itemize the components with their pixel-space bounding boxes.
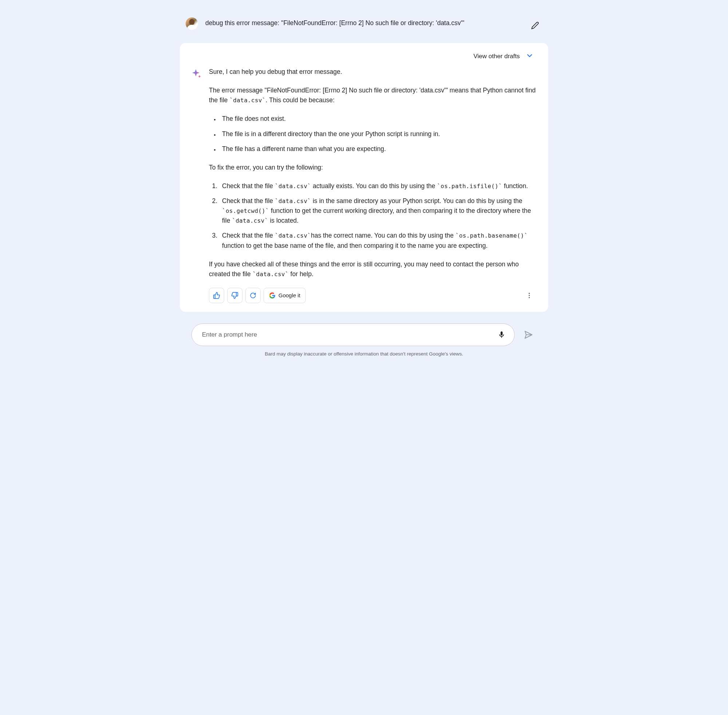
thumbs-down-icon (231, 292, 239, 299)
send-icon (524, 330, 533, 339)
more-options-button[interactable] (522, 288, 536, 303)
list-item: Check that the file `data.csv` actually … (219, 181, 536, 191)
pencil-icon (531, 21, 539, 29)
send-button[interactable] (521, 327, 536, 343)
svg-point-0 (529, 293, 530, 294)
input-wrapper (192, 323, 515, 346)
fix-intro: To fix the error, you can try the follow… (209, 163, 536, 172)
chat-container: debug this error message: "FileNotFoundE… (171, 7, 557, 365)
input-area (180, 323, 548, 346)
thumbs-down-button[interactable] (227, 288, 242, 303)
response-content: Sure, I can help you debug that error me… (209, 67, 536, 303)
google-it-button[interactable]: Google it (264, 288, 306, 303)
list-item: The file is in a different directory tha… (219, 129, 536, 139)
fixes-list: Check that the file `data.csv` actually … (209, 181, 536, 251)
thumbs-up-button[interactable] (209, 288, 224, 303)
expand-drafts-button[interactable] (526, 52, 534, 61)
disclaimer-text: Bard may display inaccurate or offensive… (180, 351, 548, 357)
regenerate-button[interactable] (245, 288, 261, 303)
list-item: Check that the file `data.csv`has the co… (219, 231, 536, 250)
response-explanation: The error message "FileNotFoundError: [E… (209, 86, 536, 105)
user-prompt-text: debug this error message: "FileNotFoundE… (205, 18, 521, 27)
chevron-down-icon (526, 52, 534, 60)
refresh-icon (250, 292, 256, 299)
action-buttons-group: Google it (209, 288, 306, 303)
list-item: The file has a different name than what … (219, 144, 536, 154)
drafts-header: View other drafts (192, 50, 536, 67)
thumbs-up-icon (213, 292, 220, 299)
causes-list: The file does not exist. The file is in … (209, 114, 536, 154)
user-message-row: debug this error message: "FileNotFoundE… (180, 13, 548, 43)
view-drafts-label[interactable]: View other drafts (474, 53, 520, 60)
response-outro: If you have checked all of these things … (209, 259, 536, 279)
svg-point-1 (529, 295, 530, 296)
list-item: Check that the file `data.csv` is in the… (219, 196, 536, 226)
response-card: View other drafts (180, 43, 548, 312)
microphone-button[interactable] (495, 328, 508, 341)
prompt-input[interactable] (192, 323, 515, 346)
svg-point-2 (529, 297, 530, 298)
response-body: Sure, I can help you debug that error me… (192, 67, 536, 303)
user-avatar (186, 18, 198, 30)
google-it-label: Google it (278, 292, 300, 299)
response-actions: Google it (209, 288, 536, 303)
microphone-icon (498, 331, 506, 339)
edit-prompt-button[interactable] (528, 18, 542, 33)
more-vertical-icon (526, 292, 533, 299)
list-item: The file does not exist. (219, 114, 536, 124)
bard-sparkle-icon (192, 68, 201, 78)
google-logo-icon (269, 292, 276, 299)
response-intro: Sure, I can help you debug that error me… (209, 67, 536, 77)
